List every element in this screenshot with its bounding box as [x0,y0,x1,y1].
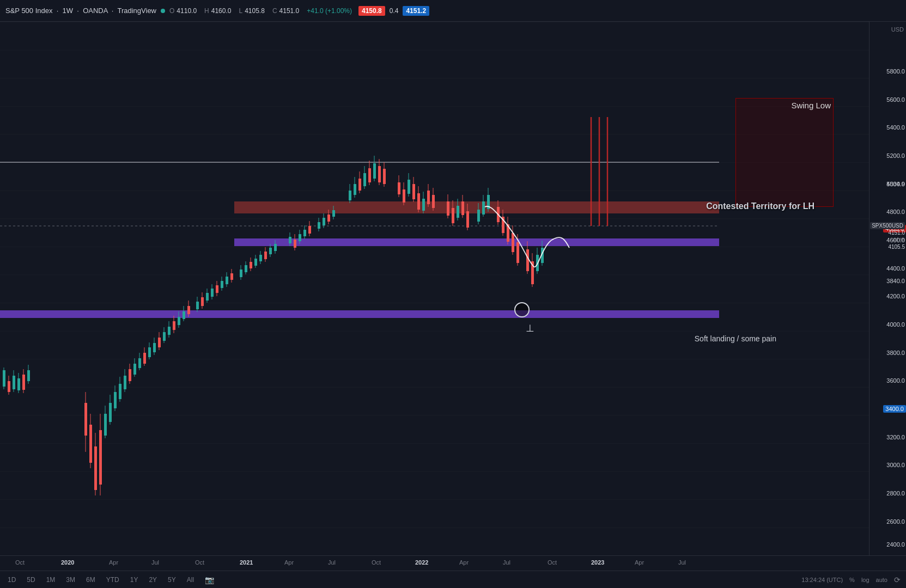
y-2400: 2400.0 [886,541,905,548]
y-5600: 5600.0 [886,96,905,103]
symbol-title: S&P 500 Index · 1W · OANDA · TradingView [5,7,156,15]
x-jul-2023: Jul [678,559,686,566]
x-apr-2023: Apr [635,559,644,566]
high-value: 4160.0 [211,7,232,15]
spx-label: SPX500USD [870,222,905,229]
change-value: +41.0 (+1.00%) [307,7,352,15]
x-2023: 2023 [591,559,604,566]
svg-rect-5 [234,201,719,213]
y-3200: 3200.0 [886,434,905,440]
x-oct-2020: Oct [195,559,204,566]
open-value: 4110.0 [177,7,197,15]
low-value: 4105.8 [245,7,265,15]
x-2022: 2022 [415,559,428,566]
tf-6m[interactable]: 6M [84,575,98,585]
y-5000: 5000.0 [886,181,905,187]
cursor-circle [514,302,530,317]
y-3800: 3800.0 [886,350,905,356]
close-label: C [272,7,277,15]
tf-5d[interactable]: 5D [25,575,37,585]
x-2021: 2021 [240,559,253,566]
x-oct-2019: Oct [15,559,25,566]
x-oct-2022: Oct [548,559,557,566]
live-dot [161,9,165,13]
pct-button[interactable]: % [849,577,855,583]
y-4000: 4000.0 [886,321,905,328]
swing-low-box [735,98,834,207]
tf-5y[interactable]: 5Y [166,575,178,585]
tf-1y[interactable]: 1Y [128,575,141,585]
interval-label: 1W [63,7,74,15]
time-display: 13:24:24 (UTC) [801,577,843,583]
y-5200: 5200.0 [886,152,905,159]
auto-button[interactable]: auto [876,577,887,583]
delta-value: 0.4 [390,7,399,15]
cursor-symbol: ⊥ [526,322,534,334]
platform-label: TradingView [117,7,156,15]
x-jul-2020: Jul [151,559,159,566]
x-oct-2021: Oct [372,559,381,566]
currency-label: USD [891,26,904,33]
price-3840: 3840.0 [886,278,905,284]
screenshot-icon[interactable]: 📷 [205,575,214,584]
y-3000: 3000.0 [886,462,905,468]
y-5800: 5800.0 [886,68,905,75]
spx-price-1: 4151.0 [888,230,905,236]
x-2020: 2020 [61,559,74,566]
y-3600: 3600.0 [886,377,905,384]
tf-all[interactable]: All [185,575,196,585]
y-2800: 2800.0 [886,490,905,497]
price-3400: 3400.0 [883,405,906,413]
log-button[interactable]: log [861,577,869,583]
y-4800: 4800.0 [886,209,905,215]
spx-price-2: 4105.5 [888,244,905,250]
close-value: 4151.0 [279,7,300,15]
y-4200: 4200.0 [886,293,905,299]
high-label: H [204,7,209,15]
y-4400: 4400.0 [886,265,905,272]
svg-rect-4 [234,238,719,246]
y-4600: 4600.0 [886,237,905,243]
tf-3m[interactable]: 3M [64,575,77,585]
x-jul-2022: Jul [503,559,510,566]
second-price-badge: 4151.2 [403,6,429,16]
ohlc-values: O4110.0 H4160.0 L4105.8 C4151.0 +41.0 (+… [169,7,354,15]
bottom-toolbar: 1D 5D 1M 3M 6M YTD 1Y 2Y 5Y All 📷 13:24:… [0,571,906,588]
symbol-name: S&P 500 Index [5,7,53,15]
yaxis: 4534.9 4303.6 SPX500USD 4151.0 4d 8h 410… [869,22,906,555]
x-apr-2022: Apr [459,559,469,566]
x-apr-2020: Apr [109,559,118,566]
y-2600: 2600.0 [886,518,905,525]
settings-icon[interactable]: ⟳ [894,575,901,584]
open-label: O [169,7,174,15]
tf-1m[interactable]: 1M [44,575,58,585]
tf-1d[interactable]: 1D [5,575,18,585]
tf-ytd[interactable]: YTD [104,575,121,585]
y-5400: 5400.0 [886,124,905,131]
current-price-badge: 4150.8 [358,6,385,16]
x-jul-2021: Jul [328,559,336,566]
low-label: L [239,7,242,15]
svg-rect-3 [0,310,719,318]
tf-2y[interactable]: 2Y [147,575,159,585]
x-apr-2021: Apr [284,559,294,566]
broker-label: OANDA [83,7,108,15]
